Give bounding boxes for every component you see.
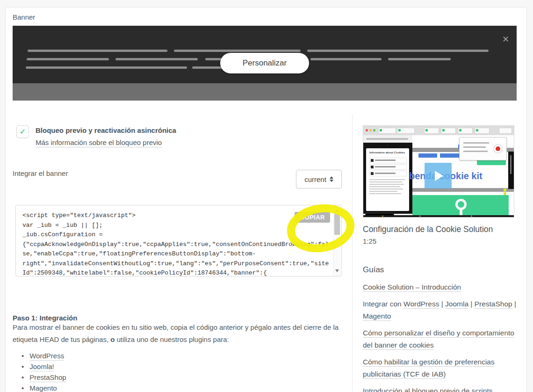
guide-item: Cómo habilitar la gestión de preferencia…	[363, 356, 520, 380]
banner-placeholder-line	[307, 50, 489, 52]
separator: |	[439, 300, 445, 308]
thumb-cookie-modal-backdrop: Information about Cookies	[363, 143, 412, 214]
record-icon	[493, 144, 503, 153]
guide-link-joomla[interactable]: Joomla	[445, 300, 468, 308]
code-line: _iub.csConfiguration =	[22, 230, 334, 240]
plugin-link-prestashop[interactable]: PrestaShop	[29, 373, 66, 381]
video-duration: 1:25	[363, 237, 376, 245]
guide-link-prior-blocking[interactable]: Introducción al bloqueo previo de script…	[363, 387, 492, 392]
thumb-speck	[382, 216, 383, 217]
scroll-up-icon[interactable]	[335, 209, 339, 212]
embed-code-box[interactable]: <script type="text/javascript"> var _iub…	[15, 205, 342, 276]
prior-blocking-label: Bloqueo previo y reactivación asincrónic…	[36, 126, 176, 134]
banner-placeholder-line	[28, 50, 167, 52]
plugin-link-magento[interactable]: Magento	[29, 384, 57, 392]
thumb-yellow-dot	[504, 189, 506, 191]
code-line: Id":2509348,"whitelabel":false,"cookiePo…	[22, 269, 334, 276]
banner-placeholder-line	[388, 58, 451, 60]
banner-placeholder-line	[174, 50, 301, 52]
thumb-cookie-policy-panel: Information about Cookies	[366, 148, 409, 211]
thumb-url-bar	[363, 135, 412, 143]
list-item: WordPress	[22, 350, 66, 361]
video-thumbnail[interactable]: Information about Cookies benda cookie k…	[363, 125, 514, 218]
column-divider	[352, 114, 353, 392]
browser-tab	[424, 128, 439, 134]
banner-preview-footer	[13, 83, 517, 101]
thumb-bottom-strip	[363, 215, 514, 217]
code-line: <script type="text/javascript">	[22, 211, 334, 221]
code-scrollbar[interactable]	[333, 206, 341, 276]
separator: |	[512, 300, 516, 308]
step1-text: utiliza uno de nuestros plugins para:	[115, 335, 229, 343]
banner-placeholder-line	[310, 58, 382, 60]
prior-blocking-info-link[interactable]: Más información sobre el bloqueo previo	[36, 138, 162, 146]
guide-link-wordpress[interactable]: WordPress	[403, 300, 439, 308]
scrollbar-thumb[interactable]	[334, 214, 340, 235]
play-button[interactable]	[425, 163, 452, 189]
plugin-link-wordpress[interactable]: WordPress	[29, 352, 64, 360]
browser-tab	[458, 128, 473, 134]
mac-close-icon	[366, 129, 368, 131]
copy-button[interactable]: COPIAR	[295, 212, 330, 223]
browser-tab	[378, 128, 396, 134]
code-line: right","invalidateConsentWithoutLog":tru…	[22, 259, 334, 269]
checkmark-icon: ✓	[19, 128, 26, 136]
code-line: se,"enableCcpa":true,"floatingPreference…	[22, 249, 334, 259]
guide-item: Integrar con WordPress | Joomla | Presta…	[363, 298, 520, 322]
mac-minimize-icon	[369, 129, 372, 131]
thumb-panel-title: Information about Cookies	[369, 151, 405, 154]
plugin-list: WordPress Joomla! PrestaShop Magento	[22, 350, 66, 392]
thumb-button	[418, 153, 437, 158]
code-line: {"ccpaAcknowledgeOnDisplay":true,"ccpaAp…	[22, 240, 334, 250]
scroll-down-icon[interactable]	[335, 269, 339, 272]
play-icon	[435, 171, 443, 181]
browser-tab	[441, 128, 456, 134]
personalize-button[interactable]: Personalizar	[220, 53, 309, 73]
thumb-speck	[419, 216, 421, 217]
thumb-side-strip	[508, 152, 514, 189]
guide-link-tcf[interactable]: Cómo habilitar la gestión de preferencia…	[363, 358, 495, 378]
guide-link-magento[interactable]: Magento	[363, 312, 391, 320]
list-item: PrestaShop	[22, 372, 66, 383]
list-item: Joomla!	[22, 361, 66, 372]
embed-code: <script type="text/javascript"> var _iub…	[16, 205, 334, 276]
guide-item: Cookie Solution – Introducción	[363, 281, 520, 293]
guide-link-integrate-prefix: Integrar con	[363, 300, 403, 308]
banner-placeholder-line	[27, 58, 109, 60]
prior-blocking-checkbox[interactable]: ✓	[16, 125, 29, 138]
banner-preview: ✕ Personalizar	[13, 26, 517, 101]
step1-title: Paso 1: Integración	[13, 314, 77, 322]
thumb-recording-popup	[459, 137, 507, 160]
guides-list: Cookie Solution – Introducción Integrar …	[363, 281, 520, 392]
thumb-speck	[471, 216, 472, 217]
separator: |	[468, 300, 475, 308]
thumb-browser-chrome	[363, 126, 514, 135]
video-title: Configuración de la Cookie Solution	[363, 225, 522, 234]
banner-preview-body: ✕ Personalizar	[13, 26, 517, 83]
guides-title: Guías	[363, 265, 384, 275]
select-arrows-icon	[330, 176, 333, 182]
guide-item: Introducción al bloqueo previo de script…	[363, 385, 520, 392]
close-icon[interactable]: ✕	[502, 35, 509, 44]
list-item: Magento	[22, 383, 66, 392]
banner-placeholder-line	[115, 58, 198, 60]
mac-zoom-icon	[373, 129, 375, 131]
version-select-value: current	[304, 175, 326, 183]
browser-tab	[475, 128, 490, 134]
guide-link-prestashop[interactable]: PrestaShop	[475, 300, 512, 308]
settings-card: Banner ✕ Personalizar ✓ Bloqueo previo y…	[5, 7, 527, 392]
thumb-divider-bar	[412, 188, 514, 192]
step1-paragraph: Para mostrar el banner de cookies en tu …	[13, 321, 344, 346]
lock-icon	[455, 199, 467, 210]
version-select[interactable]: current	[296, 170, 342, 189]
integrate-banner-label: Integrar el banner	[13, 169, 68, 177]
thumb-green-section	[412, 195, 509, 217]
thumb-button	[440, 153, 461, 158]
browser-tab	[499, 128, 512, 134]
browser-tab	[397, 128, 415, 134]
guide-link-introduction[interactable]: Cookie Solution – Introducción	[363, 283, 461, 291]
code-line: var _iub = _iub || [];	[22, 221, 334, 231]
guide-link-design[interactable]: Cómo personalizar el diseño y comportami…	[363, 329, 514, 349]
guide-item: Cómo personalizar el diseño y comportami…	[363, 327, 520, 351]
plugin-link-joomla[interactable]: Joomla!	[29, 363, 54, 370]
